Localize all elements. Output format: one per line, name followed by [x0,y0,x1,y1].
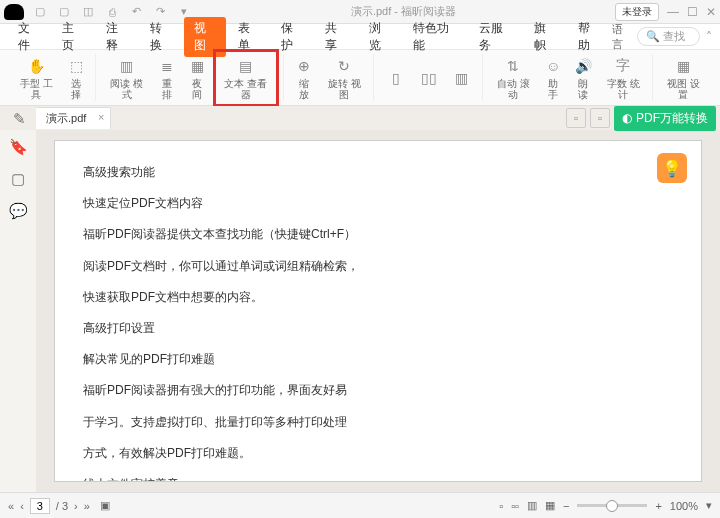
highlighted-text-viewer: ▤文本 查看器 [213,49,279,107]
doc-line: 快速获取PDF文档中想要的内容。 [83,288,673,307]
speaker-icon: 🔊 [573,56,593,76]
doc-line: 方式，有效解决PDF打印难题。 [83,444,673,463]
collapse-ribbon-icon[interactable]: ˄ [706,30,712,44]
doc-line: 线上文件审核盖章 [83,475,673,482]
assistant-button[interactable]: ☺助手 [539,54,568,102]
pages-icon[interactable]: ▢ [9,170,27,188]
tab-close-button[interactable]: × [98,111,104,123]
menu-comment[interactable]: 注释 [96,17,138,57]
goto-icon[interactable]: ▣ [100,499,110,512]
reflow-button[interactable]: ≣重排 [152,54,181,102]
view-mode-1-icon[interactable]: ▫ [499,500,503,512]
pdf-convert-button[interactable]: ◐ PDF万能转换 [614,106,716,131]
tip-bulb-icon[interactable]: 💡 [657,153,687,183]
page-icon: ▥ [117,56,137,76]
menu-browse[interactable]: 浏览 [359,17,401,57]
language-label[interactable]: 语言 [612,22,631,52]
page-total: / 3 [56,500,68,512]
menu-features[interactable]: 特色功能 [403,17,467,57]
layout-button-2[interactable]: ▯▯ [413,66,445,90]
continuous-icon: ▯▯ [419,68,439,88]
facing-icon: ▥ [452,68,472,88]
hand-icon: ✋ [26,56,46,76]
text-viewer-icon: ▤ [236,56,256,76]
view-settings-button[interactable]: ▦视图 设置 [659,54,708,102]
doc-line: 福昕PDF阅读器提供文本查找功能（快捷键Ctrl+F） [83,225,673,244]
doc-line: 阅读PDF文档时，你可以通过单词或词组精确检索， [83,257,673,276]
bookmark-icon[interactable]: 🔖 [9,138,27,156]
menu-flag[interactable]: 旗帜 [524,17,566,57]
settings-icon: ▦ [673,56,693,76]
tab-label: 演示.pdf [46,112,86,124]
read-aloud-button[interactable]: 🔊朗读 [569,54,598,102]
login-badge[interactable]: 未登录 [615,3,659,21]
night-icon: ▦ [187,56,207,76]
zoom-icon: ⊕ [294,56,314,76]
word-count-button[interactable]: 字字数 统计 [599,54,648,102]
zoom-in-button[interactable]: + [655,500,661,512]
menu-help[interactable]: 帮助 [568,17,610,57]
night-mode-button[interactable]: ▦夜间 [182,54,211,102]
comments-icon[interactable]: 💬 [9,202,27,220]
doc-line: 快速定位PDF文档内容 [83,194,673,213]
zoom-value: 100% [670,500,698,512]
view-mode-4-icon[interactable]: ▦ [545,499,555,512]
doc-line: 福昕PDF阅读器拥有强大的打印功能，界面友好易 [83,381,673,400]
panel-toggle-2[interactable]: ▫ [590,108,610,128]
document-tab[interactable]: 演示.pdf × [36,107,111,129]
page-number-input[interactable] [30,498,50,514]
search-icon: 🔍 [646,30,660,43]
first-page-button[interactable]: « [8,500,14,512]
single-page-icon: ▯ [386,68,406,88]
convert-icon: ◐ [622,111,632,125]
last-page-button[interactable]: » [84,500,90,512]
select-button[interactable]: ⬚选择 [62,54,91,102]
search-input[interactable]: 🔍 查找 [637,27,700,46]
hand-tool-button[interactable]: ✋手型 工具 [12,54,61,102]
text-viewer-button[interactable]: ▤文本 查看器 [218,54,274,102]
menu-file[interactable]: 文件 [8,17,50,57]
maximize-button[interactable]: ☐ [687,5,698,19]
cursor-icon: ⬚ [66,56,86,76]
doc-line: 高级搜索功能 [83,163,673,182]
menu-convert[interactable]: 转换 [140,17,182,57]
prev-page-button[interactable]: ‹ [20,500,24,512]
rotate-view-button[interactable]: ↻旋转 视图 [320,54,369,102]
zoom-slider[interactable] [577,504,647,507]
view-mode-3-icon[interactable]: ▥ [527,499,537,512]
panel-toggle-1[interactable]: ▫ [566,108,586,128]
menu-share[interactable]: 共享 [315,17,357,57]
doc-line: 高级打印设置 [83,319,673,338]
zoom-button[interactable]: ⊕缩放 [290,54,319,102]
menu-cloud[interactable]: 云服务 [469,17,522,57]
next-page-button[interactable]: › [74,500,78,512]
auto-scroll-button[interactable]: ⇅自动 滚动 [489,54,538,102]
read-mode-button[interactable]: ▥阅读 模式 [102,54,151,102]
layout-button-1[interactable]: ▯ [380,66,412,90]
zoom-dropdown-icon[interactable]: ▾ [706,499,712,512]
doc-line: 于学习。支持虚拟打印、批量打印等多种打印处理 [83,413,673,432]
rotate-icon: ↻ [334,56,354,76]
layout-button-3[interactable]: ▥ [446,66,478,90]
menu-home[interactable]: 主页 [52,17,94,57]
assistant-icon: ☺ [543,56,563,76]
reflow-icon: ≣ [157,56,177,76]
edit-icon[interactable]: ✎ [10,110,28,128]
count-icon: 字 [613,56,633,76]
doc-line: 解决常见的PDF打印难题 [83,350,673,369]
close-button[interactable]: ✕ [706,5,716,19]
view-mode-2-icon[interactable]: ▫▫ [511,500,519,512]
scroll-icon: ⇅ [503,56,523,76]
document-page: 💡 高级搜索功能 快速定位PDF文档内容 福昕PDF阅读器提供文本查找功能（快捷… [54,140,702,482]
zoom-out-button[interactable]: − [563,500,569,512]
minimize-button[interactable]: — [667,5,679,19]
